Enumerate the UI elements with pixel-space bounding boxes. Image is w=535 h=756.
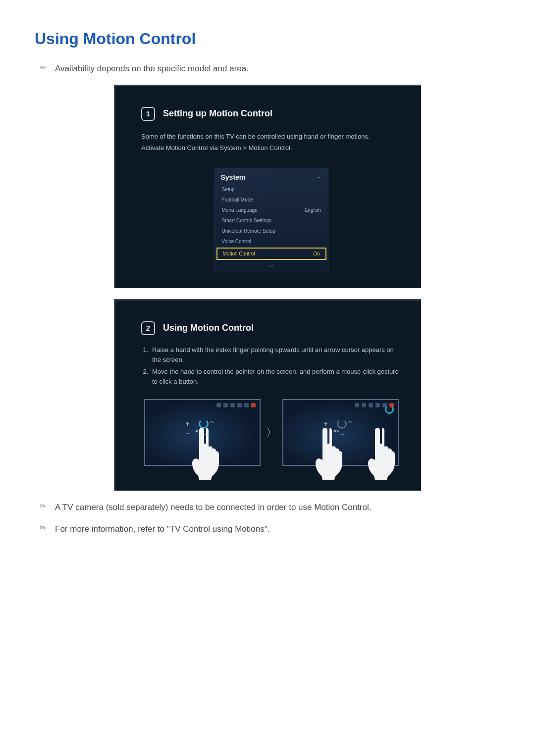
chevron-up-icon: ︿ [210,418,214,425]
status-icon [355,403,359,407]
illustration-row: + − ︿ ﹀ ◀◂ 〉 [141,399,401,466]
tv-screen-illustration-2: + − ︿ ﹀ ◀◂ [282,399,399,466]
screen-icon-bar [216,403,256,407]
hand-pointing-icon [187,425,227,480]
note-camera: ✎ A TV camera (sold separately) needs to… [40,502,500,513]
chevron-up-icon: ︿ [317,173,322,181]
system-menu-title: System [221,173,246,181]
step-title-1: Setting up Motion Control [163,108,272,119]
panel-step-1: 1 Setting up Motion Control Some of the … [114,85,421,288]
menu-item-highlighted: Motion ControlOn [216,248,326,260]
menu-item: Football Mode [215,195,328,205]
hand-pointing-icon [311,425,350,480]
page-title: Using Motion Control [35,30,500,48]
menu-item: Universal Remote Setup [215,226,328,236]
status-icon [230,403,235,407]
system-menu-mock: System ︿ Setup Football Mode Menu Langua… [214,168,328,273]
menu-item: Setup [215,184,328,195]
status-icon [369,403,373,407]
note-text: A TV camera (sold separately) needs to b… [55,502,371,513]
chevron-right-icon: 〉 [266,427,277,439]
chevron-down-icon: ﹀ [215,261,328,273]
status-icon [223,403,228,407]
pencil-icon: ✎ [37,522,48,534]
status-icon [216,403,221,407]
step-1-description: Some of the functions on this TV can be … [141,131,401,154]
menu-item: Menu LanguageEnglish [215,205,328,215]
hand-pointing-icon [363,425,403,480]
tv-screen-illustration-1: + − ︿ ﹀ ◀◂ [144,399,261,466]
instruction-item: Raise a hand with the index finger point… [150,345,401,365]
chevron-up-icon: ︿ [348,418,353,425]
step-title-2: Using Motion Control [163,323,254,333]
note-text: For more information, refer to "TV Contr… [55,523,269,535]
step-2-instructions: Raise a hand with the index finger point… [141,345,401,387]
pencil-icon: ✎ [37,62,48,73]
menu-item: Smart Control Settings [215,215,328,226]
panel-step-2: 2 Using Motion Control Raise a hand with… [114,299,421,491]
pencil-icon: ✎ [37,501,48,512]
menu-item: Voice Control [215,236,328,247]
step-number-2: 2 [141,321,155,335]
status-icon [237,403,242,407]
step-1-line-2: Activate Motion Control via System > Mot… [141,142,401,153]
note-more-info: ✎ For more information, refer to "TV Con… [40,523,500,535]
status-icon [362,403,366,407]
cursor-ring-icon [385,405,394,414]
instruction-item: Move the hand to control the pointer on … [150,367,401,387]
note-availability: ✎ Availability depends on the specific m… [40,63,500,75]
status-icon [375,403,380,407]
status-icon [244,403,249,407]
note-text: Availability depends on the specific mod… [55,63,249,75]
step-1-line-1: Some of the functions on this TV can be … [141,131,401,142]
step-number-1: 1 [141,107,155,121]
status-icon [251,403,256,407]
